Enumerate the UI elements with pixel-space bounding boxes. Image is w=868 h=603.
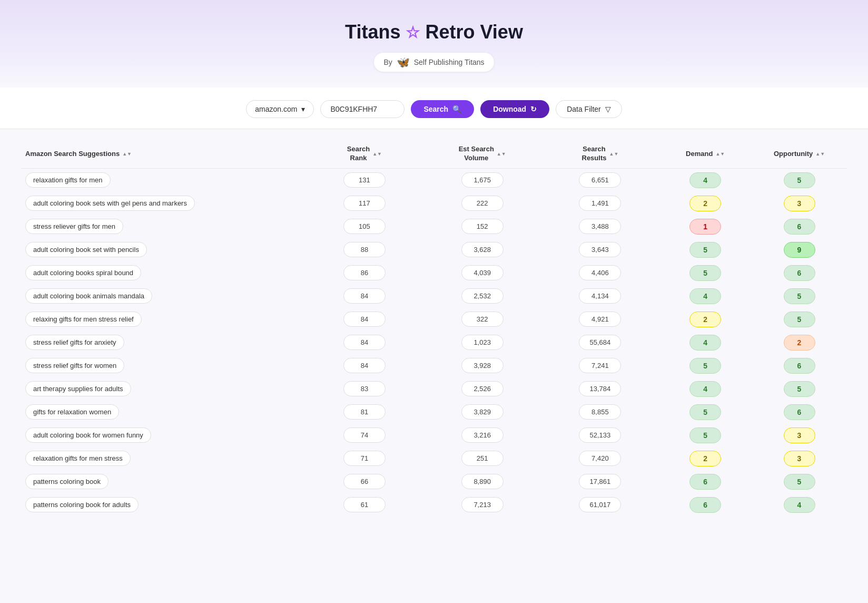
cell-rank: 74 — [305, 424, 423, 447]
results-value: 7,420 — [579, 451, 621, 466]
demand-score: 6 — [689, 497, 721, 513]
keyword-pill[interactable]: adult coloring book sets with gel pens a… — [25, 196, 195, 211]
cell-volume: 1,023 — [423, 331, 541, 354]
search-button[interactable]: Search 🔍 — [411, 100, 474, 118]
title-text-2: Retro View — [425, 21, 522, 43]
cell-volume: 322 — [423, 308, 541, 331]
keyword-pill[interactable]: patterns coloring book — [25, 474, 108, 489]
cell-results: 4,406 — [541, 261, 659, 285]
keyword-pill[interactable]: adult coloring book animals mandala — [25, 288, 152, 304]
results-value: 8,855 — [579, 404, 621, 420]
rank-value: 74 — [343, 427, 386, 443]
table-body: relaxation gifts for men 131 1,675 6,651… — [21, 169, 847, 517]
asin-input[interactable] — [320, 100, 405, 118]
table-row: patterns coloring book 66 8,890 17,861 6… — [21, 470, 847, 493]
cell-suggestion: adult coloring book for women funny — [21, 424, 305, 447]
cell-results: 13,784 — [541, 377, 659, 401]
cell-opportunity: 5 — [752, 470, 847, 493]
data-filter-button[interactable]: Data Filter ▽ — [556, 100, 622, 118]
volume-value: 3,216 — [461, 427, 504, 443]
keyword-pill[interactable]: relaxation gifts for men — [25, 172, 111, 188]
sort-rank-icon[interactable]: ▲▼ — [372, 151, 382, 157]
marketplace-value: amazon.com — [255, 105, 297, 113]
keyword-pill[interactable]: adult coloring book for women funny — [25, 427, 151, 443]
opportunity-score: 4 — [784, 497, 815, 513]
cell-suggestion: relaxation gifts for men stress — [21, 447, 305, 470]
volume-value: 3,628 — [461, 242, 504, 257]
keyword-pill[interactable]: patterns coloring book for adults — [25, 497, 139, 512]
table-row: stress relief gifts for anxiety 84 1,023… — [21, 331, 847, 354]
cell-opportunity: 9 — [752, 238, 847, 261]
cell-rank: 88 — [305, 238, 423, 261]
cell-volume: 7,213 — [423, 493, 541, 517]
cell-demand: 4 — [659, 169, 752, 192]
demand-score: 5 — [689, 265, 721, 281]
cell-rank: 83 — [305, 377, 423, 401]
table-row: patterns coloring book for adults 61 7,2… — [21, 493, 847, 517]
sort-results-icon[interactable]: ▲▼ — [609, 151, 618, 157]
rank-value: 61 — [343, 497, 386, 512]
demand-score: 4 — [689, 335, 721, 351]
keyword-pill[interactable]: stress relief gifts for women — [25, 358, 124, 373]
cell-volume: 8,890 — [423, 470, 541, 493]
demand-score: 6 — [689, 474, 721, 490]
star-icon: ☆ — [406, 23, 420, 42]
cell-suggestion: patterns coloring book for adults — [21, 493, 305, 517]
cell-rank: 71 — [305, 447, 423, 470]
col-header-opportunity: Opportunity ▲▼ — [752, 140, 847, 169]
cell-opportunity: 3 — [752, 192, 847, 215]
keyword-pill[interactable]: adult coloring book set with pencils — [25, 242, 147, 257]
keyword-pill[interactable]: adult coloring books spiral bound — [25, 265, 141, 280]
rank-value: 86 — [343, 265, 386, 280]
keyword-pill[interactable]: gifts for relaxation women — [25, 404, 119, 420]
download-button[interactable]: Downoad ↻ — [480, 100, 549, 118]
cell-opportunity: 5 — [752, 285, 847, 308]
demand-score: 1 — [689, 219, 721, 235]
cell-suggestion: stress reliever gifts for men — [21, 215, 305, 238]
cell-volume: 4,039 — [423, 261, 541, 285]
cell-volume: 3,928 — [423, 354, 541, 377]
results-value: 7,241 — [579, 358, 621, 373]
sort-volume-icon[interactable]: ▲▼ — [497, 151, 506, 157]
publisher-logo-icon: 🦋 — [397, 56, 410, 69]
cell-opportunity: 5 — [752, 377, 847, 401]
demand-score: 5 — [689, 404, 721, 420]
cell-suggestion: adult coloring books spiral bound — [21, 261, 305, 285]
opportunity-score: 5 — [784, 474, 815, 490]
table-row: adult coloring books spiral bound 86 4,0… — [21, 261, 847, 285]
demand-score: 4 — [689, 172, 721, 188]
keyword-pill[interactable]: relaxing gifts for men stress relief — [25, 312, 142, 327]
cell-results: 55,684 — [541, 331, 659, 354]
cell-results: 4,921 — [541, 308, 659, 331]
cell-suggestion: stress relief gifts for anxiety — [21, 331, 305, 354]
results-value: 1,491 — [579, 196, 621, 211]
col-header-demand: Demand ▲▼ — [659, 140, 752, 169]
cell-results: 6,651 — [541, 169, 659, 192]
cell-rank: 86 — [305, 261, 423, 285]
keyword-pill[interactable]: relaxation gifts for men stress — [25, 451, 131, 466]
keyword-pill[interactable]: art therapy supplies for adults — [25, 381, 131, 396]
col-header-results: Search Results ▲▼ — [541, 140, 659, 169]
keyword-pill[interactable]: stress relief gifts for anxiety — [25, 335, 124, 350]
cell-opportunity: 5 — [752, 308, 847, 331]
keyword-pill[interactable]: stress reliever gifts for men — [25, 219, 123, 234]
cell-rank: 66 — [305, 470, 423, 493]
cell-demand: 5 — [659, 424, 752, 447]
sort-suggestions-icon[interactable]: ▲▼ — [122, 151, 132, 157]
app-title: Titans ☆ Retro View — [0, 21, 868, 43]
sort-opportunity-icon[interactable]: ▲▼ — [815, 151, 825, 157]
cell-demand: 2 — [659, 308, 752, 331]
cell-rank: 84 — [305, 354, 423, 377]
results-table: Amazon Search Suggestions ▲▼ Search Rank… — [21, 140, 847, 517]
marketplace-selector[interactable]: amazon.com ▾ — [246, 100, 314, 118]
sort-demand-icon[interactable]: ▲▼ — [715, 151, 725, 157]
demand-score: 2 — [689, 196, 721, 211]
cell-results: 17,861 — [541, 470, 659, 493]
rank-value: 71 — [343, 451, 386, 466]
table-row: adult coloring book set with pencils 88 … — [21, 238, 847, 261]
cell-results: 61,017 — [541, 493, 659, 517]
volume-value: 3,928 — [461, 358, 504, 373]
opportunity-score: 5 — [784, 381, 815, 397]
download-button-label: Downoad — [493, 105, 526, 113]
volume-value: 4,039 — [461, 265, 504, 280]
